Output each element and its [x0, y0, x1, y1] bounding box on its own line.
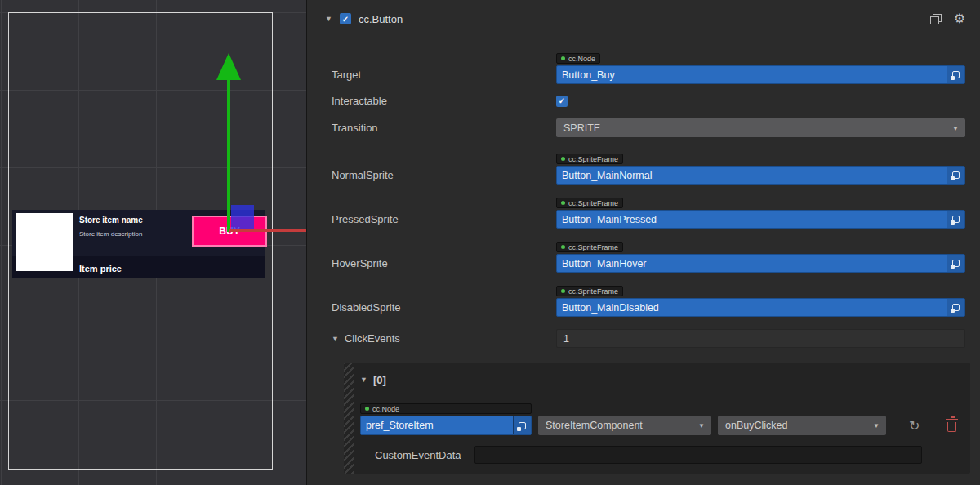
- type-dot-icon: [561, 201, 565, 205]
- collapse-arrow-icon[interactable]: ▼: [332, 335, 339, 343]
- interactable-checkbox[interactable]: ✓: [556, 96, 568, 107]
- header-actions: ⚙: [930, 12, 965, 25]
- picker-icon: [952, 260, 960, 267]
- gizmo-x-axis[interactable]: [229, 229, 306, 232]
- inspector-panel: ▼ ✓ cc.Button ⚙ Target cc.Node Button_Bu…: [306, 0, 980, 485]
- type-tag: cc.Node: [360, 403, 532, 414]
- click-events-label: ClickEvents: [345, 332, 400, 345]
- node-picker-button[interactable]: [513, 416, 531, 434]
- type-tag: cc.SpriteFrame: [556, 242, 623, 252]
- click-events-count-field[interactable]: 1: [556, 329, 965, 348]
- check-icon: ✓: [559, 96, 565, 105]
- node-picker-button[interactable]: [947, 66, 964, 83]
- chevron-down-icon: ▼: [873, 422, 880, 429]
- type-dot-icon: [561, 157, 565, 161]
- click-event-item: ▼ [0] cc.Node pref_StoreItem: [344, 363, 970, 474]
- node-picker-button[interactable]: [947, 211, 964, 228]
- interactable-label: Interactable: [332, 95, 556, 107]
- collapse-arrow-icon[interactable]: ▼: [360, 376, 368, 384]
- property-row-hover-sprite: HoverSprite cc.SpriteFrame Button_MainHo…: [307, 238, 980, 273]
- picker-icon: [952, 71, 960, 78]
- transition-value: SPRITE: [564, 122, 600, 134]
- property-row-disabled-sprite: DisabledSprite cc.SpriteFrame Button_Mai…: [307, 282, 980, 317]
- type-dot-icon: [365, 407, 369, 411]
- hover-sprite-label: HoverSprite: [332, 257, 556, 273]
- event-handler-value: onBuyClicked: [725, 420, 787, 431]
- store-item-description: Store item description: [79, 230, 142, 238]
- node-picker-button[interactable]: [947, 255, 964, 272]
- type-dot-icon: [561, 289, 565, 293]
- event-node-field[interactable]: pref_StoreItem: [360, 416, 532, 435]
- type-tag: cc.Node: [556, 53, 600, 64]
- pressed-sprite-value: Button_MainPressed: [557, 214, 947, 225]
- item-image-placeholder[interactable]: [16, 213, 74, 271]
- type-tag: cc.SpriteFrame: [556, 198, 623, 208]
- disabled-sprite-value: Button_MainDisabled: [557, 302, 947, 314]
- gizmo-y-axis[interactable]: [227, 79, 230, 232]
- event-component-dropdown[interactable]: StoreItemComponent ▼: [538, 416, 711, 435]
- type-tag-label: cc.SpriteFrame: [568, 199, 618, 207]
- collapse-arrow-icon[interactable]: ▼: [325, 15, 332, 23]
- type-tag: cc.SpriteFrame: [556, 286, 623, 296]
- picker-icon: [952, 171, 960, 179]
- component-title: cc.Button: [359, 13, 403, 25]
- property-row-pressed-sprite: PressedSprite cc.SpriteFrame Button_Main…: [307, 194, 980, 229]
- target-node-value: Button_Buy: [557, 69, 947, 81]
- store-item-name: Store item name: [79, 216, 143, 225]
- event-index-label: [0]: [373, 374, 386, 386]
- normal-sprite-label: NormalSprite: [332, 169, 556, 185]
- target-label: Target: [332, 69, 556, 84]
- store-item-price: Item price: [79, 264, 122, 274]
- event-component-value: StoreItemComponent: [546, 420, 643, 431]
- type-tag-label: cc.Node: [568, 55, 595, 63]
- type-dot-icon: [561, 245, 565, 249]
- selection-highlight: [231, 205, 254, 231]
- scene-view[interactable]: Store item name Store item description I…: [0, 0, 306, 485]
- pressed-sprite-label: PressedSprite: [332, 213, 556, 229]
- normal-sprite-value: Button_MainNormal: [557, 170, 947, 181]
- type-dot-icon: [561, 56, 565, 60]
- type-tag-label: cc.Node: [372, 405, 399, 413]
- disabled-sprite-field[interactable]: Button_MainDisabled: [556, 298, 965, 317]
- property-row-target: Target cc.Node Button_Buy: [307, 49, 980, 84]
- custom-event-data-label: CustomEventData: [375, 449, 474, 461]
- refresh-icon[interactable]: ↻: [909, 420, 920, 433]
- picker-icon: [519, 422, 526, 429]
- click-events-count: 1: [564, 333, 569, 345]
- property-row-click-events: ▼ ClickEvents 1: [307, 329, 980, 348]
- type-tag-label: cc.SpriteFrame: [568, 155, 618, 163]
- node-picker-button[interactable]: [947, 167, 964, 184]
- trash-icon[interactable]: [947, 422, 956, 432]
- target-node-field[interactable]: Button_Buy: [556, 65, 965, 84]
- type-tag: cc.SpriteFrame: [556, 154, 623, 164]
- normal-sprite-field[interactable]: Button_MainNormal: [556, 166, 965, 185]
- transition-dropdown[interactable]: SPRITE ▼: [556, 118, 965, 137]
- gizmo-y-arrowhead-icon[interactable]: [216, 53, 241, 80]
- hover-sprite-value: Button_MainHover: [557, 258, 947, 269]
- chevron-down-icon: ▼: [952, 124, 959, 131]
- gear-icon[interactable]: ⚙: [954, 12, 965, 25]
- disabled-sprite-label: DisabledSprite: [332, 301, 556, 317]
- type-tag-label: cc.SpriteFrame: [568, 287, 618, 296]
- transition-label: Transition: [332, 122, 556, 134]
- component-enabled-checkbox[interactable]: ✓: [340, 13, 351, 24]
- node-picker-button[interactable]: [947, 299, 964, 316]
- event-node-value: pref_StoreItem: [361, 420, 513, 431]
- property-row-normal-sprite: NormalSprite cc.SpriteFrame Button_MainN…: [307, 149, 980, 185]
- pressed-sprite-field[interactable]: Button_MainPressed: [556, 210, 965, 229]
- property-row-transition: Transition SPRITE ▼: [307, 118, 980, 137]
- type-tag-label: cc.SpriteFrame: [568, 243, 618, 251]
- picker-icon: [952, 304, 960, 311]
- hover-sprite-field[interactable]: Button_MainHover: [556, 254, 965, 273]
- custom-event-data-input[interactable]: [474, 446, 922, 464]
- drag-handle[interactable]: [344, 363, 354, 474]
- event-handler-dropdown[interactable]: onBuyClicked ▼: [718, 416, 886, 435]
- editor-window: Store item name Store item description I…: [0, 0, 980, 485]
- picker-icon: [952, 216, 960, 223]
- component-header[interactable]: ▼ ✓ cc.Button ⚙: [307, 0, 980, 38]
- copy-component-icon[interactable]: [930, 14, 941, 24]
- event-header[interactable]: ▼ [0]: [360, 374, 959, 385]
- check-icon: ✓: [342, 15, 349, 24]
- chevron-down-icon: ▼: [698, 422, 705, 429]
- property-row-interactable: Interactable ✓: [307, 95, 980, 107]
